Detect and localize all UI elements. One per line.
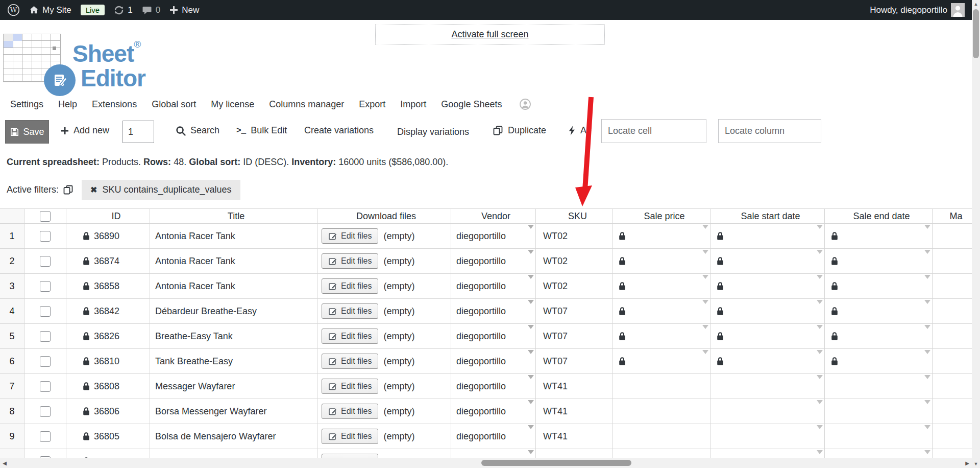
- search-button[interactable]: Search: [176, 125, 219, 136]
- num-cell[interactable]: 9: [0, 424, 24, 449]
- column-header-sale-end-date[interactable]: Sale end date: [825, 208, 933, 224]
- end-cell[interactable]: [825, 274, 933, 299]
- vendor-cell[interactable]: diegoportillo: [451, 374, 536, 399]
- vertical-scrollbar-thumb[interactable]: [973, 9, 979, 58]
- cb-cell[interactable]: [24, 424, 66, 449]
- row-checkbox[interactable]: [40, 256, 51, 267]
- dropdown-triangle-icon[interactable]: [528, 225, 534, 229]
- cb-cell[interactable]: [24, 374, 66, 399]
- horizontal-scrollbar-thumb[interactable]: [481, 460, 631, 466]
- row-checkbox[interactable]: [40, 431, 51, 442]
- vendor-cell[interactable]: diegoportillo: [451, 349, 536, 374]
- column-header-title[interactable]: Title: [150, 208, 317, 224]
- column-header-id[interactable]: ID: [66, 208, 150, 224]
- account-menu[interactable]: Howdy, diegoportillo: [870, 3, 965, 17]
- id-cell[interactable]: 36808: [66, 374, 150, 399]
- row-checkbox[interactable]: [40, 281, 51, 292]
- display-variations-button[interactable]: Display variations: [397, 127, 469, 137]
- price-cell[interactable]: [612, 399, 710, 424]
- dropdown-triangle-icon[interactable]: [924, 450, 930, 454]
- dropdown-triangle-icon[interactable]: [702, 275, 708, 279]
- edit-files-button[interactable]: Edit files: [322, 228, 378, 244]
- column-header-sale-start-date[interactable]: Sale start date: [710, 208, 825, 224]
- id-cell[interactable]: 36874: [66, 249, 150, 274]
- dropdown-triangle-icon[interactable]: [817, 350, 823, 354]
- dropdown-triangle-icon[interactable]: [702, 325, 708, 329]
- column-header-sku[interactable]: SKU: [536, 208, 612, 224]
- row-checkbox[interactable]: [40, 406, 51, 417]
- row-checkbox[interactable]: [40, 231, 51, 242]
- num-cell[interactable]: 2: [0, 249, 24, 274]
- end-cell[interactable]: [825, 324, 933, 349]
- vendor-cell[interactable]: diegoportillo: [451, 249, 536, 274]
- id-cell[interactable]: 36858: [66, 274, 150, 299]
- scroll-right-arrow-icon[interactable]: ▶: [963, 458, 972, 468]
- sku-cell[interactable]: WT02: [536, 274, 612, 299]
- create-variations-button[interactable]: Create variations: [304, 125, 374, 136]
- select-all-checkbox[interactable]: [40, 211, 51, 222]
- dropdown-triangle-icon[interactable]: [817, 300, 823, 304]
- price-cell[interactable]: [612, 249, 710, 274]
- dropdown-triangle-icon[interactable]: [817, 325, 823, 329]
- menu-item-columns-manager[interactable]: Columns manager: [269, 99, 344, 110]
- num-cell[interactable]: 5: [0, 324, 24, 349]
- end-cell[interactable]: [825, 349, 933, 374]
- comments-link[interactable]: 0: [142, 5, 160, 15]
- start-cell[interactable]: [710, 399, 825, 424]
- end-cell[interactable]: [825, 374, 933, 399]
- cb-cell[interactable]: [24, 224, 66, 249]
- end-cell[interactable]: [825, 249, 933, 274]
- cb-cell[interactable]: [24, 399, 66, 424]
- dl-cell[interactable]: Edit files(empty): [317, 249, 451, 274]
- cb-cell[interactable]: [24, 324, 66, 349]
- end-cell[interactable]: [825, 424, 933, 449]
- cb-cell[interactable]: [24, 274, 66, 299]
- end-cell[interactable]: [825, 224, 933, 249]
- vendor-cell[interactable]: diegoportillo: [451, 399, 536, 424]
- dropdown-triangle-icon[interactable]: [924, 225, 930, 229]
- dropdown-triangle-icon[interactable]: [924, 425, 930, 429]
- dropdown-triangle-icon[interactable]: [817, 450, 823, 454]
- start-cell[interactable]: [710, 224, 825, 249]
- save-button[interactable]: Save: [5, 120, 49, 144]
- row-checkbox[interactable]: [40, 381, 51, 392]
- start-cell[interactable]: [710, 249, 825, 274]
- id-cell[interactable]: 36842: [66, 299, 150, 324]
- vendor-cell[interactable]: diegoportillo: [451, 299, 536, 324]
- vendor-cell[interactable]: diegoportillo: [451, 324, 536, 349]
- menu-item-import[interactable]: Import: [400, 99, 426, 110]
- column-header-cb[interactable]: [24, 208, 66, 224]
- locate-column-input[interactable]: [718, 119, 821, 143]
- column-header-num[interactable]: [0, 208, 24, 224]
- menu-item-google-sheets[interactable]: Google Sheets: [441, 99, 502, 110]
- scroll-up-arrow-icon[interactable]: ▲: [972, 0, 980, 8]
- title-cell[interactable]: Antonia Racer Tank: [150, 224, 317, 249]
- dropdown-triangle-icon[interactable]: [528, 375, 534, 379]
- remove-filter-icon[interactable]: ✖: [90, 185, 97, 195]
- price-cell[interactable]: [612, 424, 710, 449]
- dropdown-triangle-icon[interactable]: [528, 275, 534, 279]
- sku-cell[interactable]: WT07: [536, 299, 612, 324]
- dropdown-triangle-icon[interactable]: [817, 225, 823, 229]
- num-cell[interactable]: 3: [0, 274, 24, 299]
- column-header-download-files[interactable]: Download files: [317, 208, 451, 224]
- dropdown-triangle-icon[interactable]: [528, 300, 534, 304]
- sku-cell[interactable]: WT07: [536, 349, 612, 374]
- dl-cell[interactable]: Edit files(empty): [317, 349, 451, 374]
- dropdown-triangle-icon[interactable]: [924, 250, 930, 254]
- cb-cell[interactable]: [24, 349, 66, 374]
- vendor-cell[interactable]: diegoportillo: [451, 424, 536, 449]
- dropdown-triangle-icon[interactable]: [924, 400, 930, 404]
- num-cell[interactable]: 8: [0, 399, 24, 424]
- dropdown-triangle-icon[interactable]: [528, 350, 534, 354]
- duplicate-button[interactable]: Duplicate: [493, 125, 546, 136]
- row-checkbox[interactable]: [40, 331, 51, 342]
- id-cell[interactable]: 36890: [66, 224, 150, 249]
- vendor-cell[interactable]: diegoportillo: [451, 224, 536, 249]
- dropdown-triangle-icon[interactable]: [702, 350, 708, 354]
- activate-fullscreen-link[interactable]: Activate full screen: [451, 29, 528, 40]
- price-cell[interactable]: [612, 224, 710, 249]
- column-header-sale-price[interactable]: Sale price: [612, 208, 710, 224]
- vertical-scrollbar[interactable]: ▲ ▼: [972, 0, 980, 468]
- start-cell[interactable]: [710, 349, 825, 374]
